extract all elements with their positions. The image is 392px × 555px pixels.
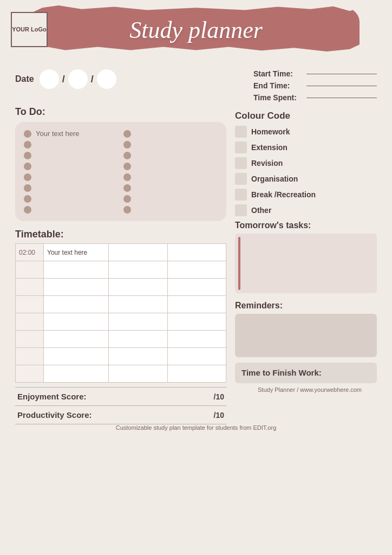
- extension-swatch: [235, 141, 247, 153]
- todo-item[interactable]: [123, 163, 218, 170]
- time-cell[interactable]: [16, 296, 44, 313]
- todo-dot: [24, 173, 31, 181]
- todo-dot: [24, 206, 31, 214]
- todo-dot: [123, 130, 131, 138]
- end-time-input[interactable]: [306, 86, 377, 86]
- todo-section: To Do: Your text here: [15, 106, 226, 221]
- task-cell[interactable]: [44, 296, 109, 313]
- table-row[interactable]: [16, 296, 226, 313]
- date-day[interactable]: [40, 69, 59, 89]
- table-row[interactable]: 02:00 Your text here: [16, 244, 226, 261]
- col4-cell[interactable]: [167, 296, 226, 313]
- table-row[interactable]: [16, 313, 226, 331]
- todo-item-text: Your text here: [36, 130, 79, 138]
- col3-cell[interactable]: [109, 244, 168, 261]
- col4-cell[interactable]: [167, 313, 226, 331]
- todo-item[interactable]: [123, 195, 218, 203]
- break-swatch: [235, 189, 247, 201]
- col3-cell[interactable]: [109, 296, 168, 313]
- time-cell[interactable]: [16, 365, 44, 383]
- colour-item-revision: Revision: [235, 157, 377, 169]
- col3-cell[interactable]: [109, 365, 168, 383]
- task-cell[interactable]: [44, 365, 109, 383]
- organisation-swatch: [235, 173, 247, 185]
- table-row[interactable]: [16, 331, 226, 348]
- todo-dot: [123, 184, 131, 192]
- todo-dot: [123, 173, 131, 181]
- col4-cell[interactable]: [167, 365, 226, 383]
- table-row[interactable]: [16, 365, 226, 383]
- col3-cell[interactable]: [109, 279, 168, 296]
- col4-cell[interactable]: [167, 244, 226, 261]
- tomorrow-section: Tomorrow's tasks:: [235, 221, 377, 293]
- col3-cell[interactable]: [109, 348, 168, 365]
- todo-item[interactable]: [123, 152, 218, 159]
- colour-item-homework: Homework: [235, 126, 377, 138]
- todo-item[interactable]: [24, 195, 118, 203]
- todo-dot: [24, 152, 31, 159]
- time-cell[interactable]: [16, 313, 44, 331]
- timetable-label: Timetable:: [15, 229, 226, 240]
- todo-item[interactable]: [123, 206, 218, 214]
- col4-cell[interactable]: [167, 261, 226, 279]
- table-row[interactable]: [16, 279, 226, 296]
- time-spent-input[interactable]: [306, 98, 377, 98]
- col3-cell[interactable]: [109, 313, 168, 331]
- revision-swatch: [235, 157, 247, 169]
- todo-item[interactable]: [24, 184, 118, 192]
- reminders-box[interactable]: [235, 314, 377, 357]
- todo-item[interactable]: [24, 152, 118, 159]
- date-month[interactable]: [68, 69, 88, 89]
- todo-item[interactable]: [123, 141, 218, 149]
- todo-item[interactable]: [24, 206, 118, 214]
- table-row[interactable]: [16, 348, 226, 365]
- col3-cell[interactable]: [109, 261, 168, 279]
- time-cell[interactable]: [16, 331, 44, 348]
- time-cell[interactable]: [16, 348, 44, 365]
- col3-cell[interactable]: [109, 331, 168, 348]
- footer-credit: Customizable study plan template for stu…: [0, 424, 392, 435]
- table-row[interactable]: [16, 261, 226, 279]
- task-cell[interactable]: [44, 313, 109, 331]
- col4-cell[interactable]: [167, 279, 226, 296]
- logo-box: YOUR LoGo: [11, 12, 48, 47]
- task-cell[interactable]: [44, 261, 109, 279]
- todo-dot: [123, 152, 131, 159]
- todo-dot: [24, 184, 31, 192]
- time-cell[interactable]: 02:00: [16, 244, 44, 261]
- enjoyment-score-row: Enjoyment Score: /10: [15, 388, 226, 406]
- todo-item[interactable]: [24, 141, 118, 149]
- time-cell[interactable]: [16, 261, 44, 279]
- todo-item[interactable]: [123, 184, 218, 192]
- todo-item[interactable]: [123, 173, 218, 181]
- todo-item[interactable]: [123, 130, 218, 138]
- todo-grid: Your text here: [24, 130, 218, 214]
- organisation-label: Organisation: [251, 175, 298, 183]
- info-row: Date / / Start Time: End Time: Time Spen…: [0, 60, 392, 106]
- start-time-row: Start Time:: [253, 69, 377, 78]
- todo-dot: [123, 195, 131, 203]
- tomorrow-title: Tomorrow's tasks:: [235, 221, 377, 230]
- task-cell[interactable]: [44, 331, 109, 348]
- tomorrow-box[interactable]: [235, 234, 377, 293]
- end-time-label: End Time:: [253, 81, 302, 90]
- col4-cell[interactable]: [167, 348, 226, 365]
- col4-cell[interactable]: [167, 331, 226, 348]
- todo-dot: [123, 163, 131, 170]
- todo-dot: [123, 206, 131, 214]
- todo-dot: [24, 130, 31, 138]
- time-cell[interactable]: [16, 279, 44, 296]
- date-label: Date: [15, 74, 34, 84]
- break-label: Break /Recreation: [251, 190, 316, 199]
- todo-item[interactable]: Your text here: [24, 130, 118, 138]
- start-time-input[interactable]: [306, 74, 377, 74]
- todo-item[interactable]: [24, 173, 118, 181]
- task-cell[interactable]: Your text here: [44, 244, 109, 261]
- task-cell[interactable]: [44, 279, 109, 296]
- enjoyment-score-label: Enjoyment Score:: [17, 392, 87, 401]
- logo-text: YOUR LoGo: [12, 25, 47, 33]
- task-cell[interactable]: [44, 348, 109, 365]
- date-year[interactable]: [97, 69, 116, 89]
- right-column: Colour Code Homework Extension Revision …: [235, 106, 377, 424]
- todo-item[interactable]: [24, 163, 118, 170]
